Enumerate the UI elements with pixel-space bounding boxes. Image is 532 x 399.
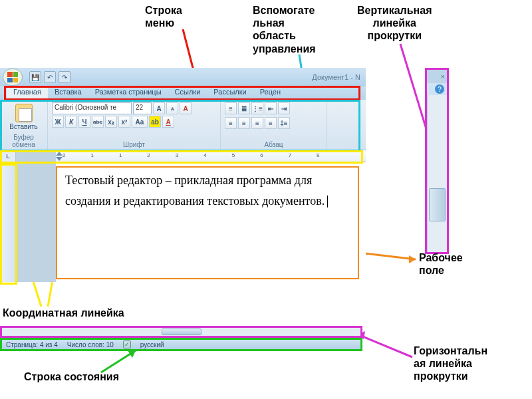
save-icon[interactable]: 💾 (29, 71, 41, 83)
ruler-scale: 2 1 1 2 3 4 5 6 7 8 (16, 150, 366, 162)
ruler-num: 2 (147, 152, 150, 158)
para-group-label: Абзац (225, 140, 323, 148)
spellcheck-icon[interactable]: ✓ (123, 340, 131, 348)
hscroll-thumb[interactable] (162, 329, 201, 335)
label-hscroll: Горизонтальн ая линейка прокрутки (414, 344, 487, 383)
subscript-button[interactable]: x₂ (105, 116, 117, 128)
bold-button[interactable]: Ж (52, 116, 64, 128)
document-area: Тестовый редактор – прикладная программа… (0, 162, 366, 282)
close-icon[interactable]: × (441, 72, 445, 80)
justify-button[interactable]: ≡ (265, 117, 277, 129)
paste-button[interactable]: Вставить (4, 102, 43, 132)
status-page[interactable]: Страница: 4 из 4 (6, 341, 58, 348)
clipboard-group-label: Буфер обмена (4, 132, 43, 148)
tab-home[interactable]: Главная (7, 86, 48, 100)
shrink-font-button[interactable]: ᴀ (166, 102, 178, 114)
quick-access-toolbar: 💾 ↶ ↷ (29, 71, 70, 83)
align-left-button[interactable]: ≡ (225, 117, 237, 129)
vscroll-thumb[interactable] (429, 188, 446, 221)
superscript-button[interactable]: x² (118, 116, 130, 128)
font-color-button[interactable]: A (162, 116, 174, 128)
page-margin (16, 162, 56, 282)
ruler-num: 1 (119, 152, 122, 158)
horizontal-scrollbar[interactable] (0, 326, 362, 338)
highlight-button[interactable]: ab (149, 116, 161, 128)
bullets-button[interactable]: ≡ (225, 102, 237, 114)
numbering-button[interactable]: ≣ (238, 102, 250, 114)
group-clipboard: Вставить Буфер обмена (0, 100, 48, 150)
clear-format-button[interactable]: A (180, 102, 192, 114)
bottom-strip: Страница: 4 из 4 Число слов: 10 ✓ русски… (0, 326, 362, 351)
line-workfield (359, 253, 416, 259)
svg-marker-0 (409, 255, 416, 263)
tab-references[interactable]: Ссылки (168, 86, 207, 100)
ruler-num: 6 (260, 152, 263, 158)
label-coord-ruler: Координатная линейка (3, 307, 124, 319)
font-size-combo[interactable]: 22 (133, 102, 152, 114)
underline-button[interactable]: Ч (78, 116, 90, 128)
label-menu-row: Строка меню (145, 4, 182, 29)
paste-icon (15, 104, 33, 122)
office-button[interactable] (3, 68, 23, 86)
ruler-num: 1 (90, 152, 93, 158)
line-status (101, 350, 136, 372)
label-status-row: Строка состояния (24, 370, 119, 383)
label-work-field: Рабочее поле (419, 251, 463, 277)
grow-font-button[interactable]: A (153, 102, 165, 114)
paste-label: Вставить (9, 123, 37, 130)
indent-left-button[interactable]: ⇤ (265, 102, 277, 114)
vertical-ruler[interactable] (0, 162, 16, 282)
font-name-combo[interactable]: Calibri (Основной те (52, 102, 132, 114)
change-case-button[interactable]: Aa (132, 116, 148, 128)
text-cursor (327, 196, 328, 207)
ruler-num: 4 (203, 152, 206, 158)
document-title: Документ1 - N (312, 73, 360, 81)
status-language[interactable]: русский (140, 341, 164, 348)
ruler-num: 8 (317, 152, 319, 158)
italic-button[interactable]: К (65, 116, 77, 128)
ruler-num: 5 (232, 152, 235, 158)
help-icon[interactable]: ? (435, 84, 444, 94)
ruler-num: 7 (289, 152, 291, 158)
redo-icon[interactable]: ↷ (59, 71, 70, 83)
group-paragraph: ≡ ≣ ⋮≡ ⇤ ⇥ ≡ ≡ ≡ ≡ ‡≡ Абзац (221, 100, 327, 150)
tab-insert[interactable]: Вставка (48, 86, 88, 100)
vscroll-detail: × ? (425, 68, 449, 254)
status-words[interactable]: Число слов: 10 (67, 341, 114, 348)
strike-button[interactable]: abe (92, 116, 104, 128)
font-group-label: Шрифт (52, 140, 216, 148)
indent-right-button[interactable]: ⇥ (278, 102, 290, 114)
status-bar: Страница: 4 из 4 Число слов: 10 ✓ русски… (0, 338, 362, 351)
tab-layout[interactable]: Разметка страницы (88, 86, 168, 100)
align-center-button[interactable]: ≡ (238, 117, 250, 129)
label-vscroll: Вертикальная линейка прокрутки (357, 4, 432, 43)
label-control-area: Вспомогате льная область управления (253, 4, 316, 55)
ruler-num: 2 (63, 152, 65, 158)
undo-icon[interactable]: ↶ (44, 71, 56, 83)
ruler-corner[interactable]: L (0, 150, 16, 162)
ribbon: Вставить Буфер обмена Calibri (Основной … (0, 100, 366, 150)
word-window: 💾 ↶ ↷ Документ1 - N Главная Вставка Разм… (0, 68, 366, 282)
titlebar: 💾 ↶ ↷ Документ1 - N (0, 68, 366, 86)
multilevel-button[interactable]: ⋮≡ (251, 102, 263, 114)
line-spacing-button[interactable]: ‡≡ (278, 117, 290, 129)
line-hscroll (358, 334, 412, 357)
align-right-button[interactable]: ≡ (251, 117, 263, 129)
svg-marker-2 (128, 350, 136, 358)
document-text: Тестовый редактор – прикладная программа… (65, 174, 325, 207)
group-font: Calibri (Основной те 22 A ᴀ A Ж К Ч abe … (48, 100, 221, 150)
ribbon-tabs: Главная Вставка Разметка страницы Ссылки… (0, 86, 366, 100)
vscroll-track[interactable] (427, 95, 447, 252)
ruler-num: 3 (176, 152, 178, 158)
page-content[interactable]: Тестовый редактор – прикладная программа… (56, 162, 366, 282)
tab-mailings[interactable]: Рассылки (207, 86, 253, 100)
tab-review[interactable]: Рецен (253, 86, 287, 100)
horizontal-ruler[interactable]: L 2 1 1 2 3 4 5 6 7 8 (0, 150, 366, 162)
